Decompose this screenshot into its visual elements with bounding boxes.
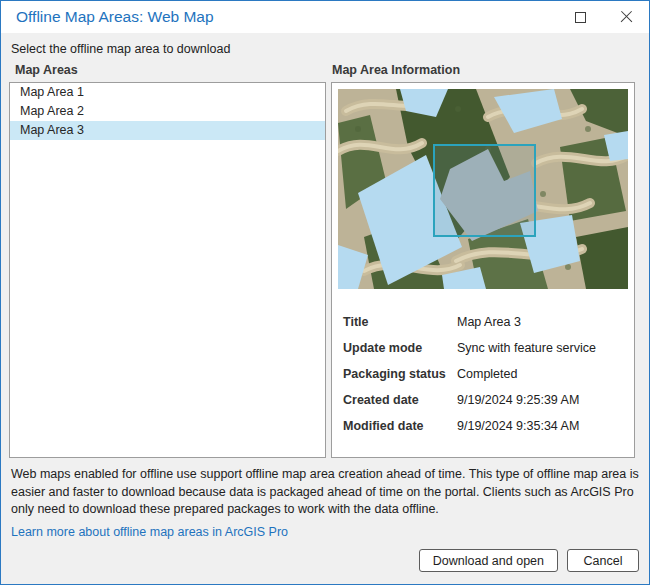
detail-row-modified-date: Modified date 9/19/2024 9:35:34 AM bbox=[343, 413, 626, 439]
aerial-imagery bbox=[338, 89, 628, 289]
detail-label: Created date bbox=[343, 393, 457, 407]
cancel-button[interactable]: Cancel bbox=[567, 549, 639, 572]
detail-label: Modified date bbox=[343, 419, 457, 433]
detail-row-created-date: Created date 9/19/2024 9:25:39 AM bbox=[343, 387, 626, 413]
detail-row-update-mode: Update mode Sync with feature service bbox=[343, 335, 626, 361]
learn-more-link[interactable]: Learn more about offline map areas in Ar… bbox=[11, 525, 288, 539]
close-icon bbox=[620, 11, 633, 24]
dialog-button-row: Download and open Cancel bbox=[419, 549, 639, 572]
detail-value: Map Area 3 bbox=[457, 315, 521, 329]
window-controls bbox=[557, 1, 649, 33]
map-area-details: Title Map Area 3 Update mode Sync with f… bbox=[343, 309, 626, 439]
map-thumbnail bbox=[338, 89, 628, 289]
detail-label: Title bbox=[343, 315, 457, 329]
detail-row-packaging-status: Packaging status Completed bbox=[343, 361, 626, 387]
detail-label: Packaging status bbox=[343, 367, 457, 381]
list-item-map-area-3[interactable]: Map Area 3 bbox=[10, 121, 325, 140]
titlebar: Offline Map Areas: Web Map bbox=[1, 1, 649, 33]
map-area-information-header: Map Area Information bbox=[332, 63, 460, 77]
detail-value: Sync with feature service bbox=[457, 341, 596, 355]
detail-label: Update mode bbox=[343, 341, 457, 355]
offline-map-areas-dialog: Offline Map Areas: Web Map Select the of… bbox=[0, 0, 650, 585]
close-button[interactable] bbox=[603, 1, 649, 33]
detail-value: 9/19/2024 9:35:34 AM bbox=[457, 419, 579, 433]
map-areas-header: Map Areas bbox=[15, 63, 78, 77]
list-item-map-area-1[interactable]: Map Area 1 bbox=[10, 83, 325, 102]
detail-value: 9/19/2024 9:25:39 AM bbox=[457, 393, 579, 407]
window-title: Offline Map Areas: Web Map bbox=[16, 8, 214, 26]
instruction-text: Select the offline map area to download bbox=[11, 42, 230, 56]
map-area-extent-outline bbox=[434, 145, 535, 236]
list-item-map-area-2[interactable]: Map Area 2 bbox=[10, 102, 325, 121]
download-and-open-button[interactable]: Download and open bbox=[419, 549, 558, 572]
offline-description-text: Web maps enabled for offline use support… bbox=[11, 466, 643, 519]
detail-row-title: Title Map Area 3 bbox=[343, 309, 626, 335]
map-area-information-panel: Title Map Area 3 Update mode Sync with f… bbox=[331, 82, 635, 458]
detail-value: Completed bbox=[457, 367, 517, 381]
maximize-icon bbox=[575, 12, 586, 23]
map-areas-list[interactable]: Map Area 1 Map Area 2 Map Area 3 bbox=[9, 82, 326, 458]
maximize-button[interactable] bbox=[557, 1, 603, 33]
